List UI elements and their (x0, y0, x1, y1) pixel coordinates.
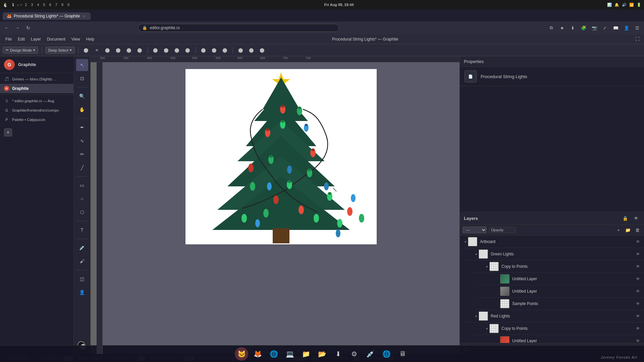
refresh-button[interactable]: ↻ (24, 24, 32, 32)
workspace-1[interactable]: 1 (11, 3, 15, 7)
align-top-button[interactable]: ⬤ (114, 46, 123, 55)
sidebar-item-editor[interactable]: S * editor.graphite.rs — Aug (0, 96, 73, 106)
layers-visible-button[interactable]: 👁 (632, 214, 640, 222)
eyedropper-tool-button[interactable]: 💉 (76, 242, 88, 254)
fullscreen-button[interactable]: ⛶ (633, 35, 641, 43)
taskbar-eyedropper[interactable]: 💉 (364, 347, 377, 361)
red-lights-eye[interactable]: 👁 (635, 313, 641, 319)
transform-tool-button[interactable]: ⊡ (76, 72, 88, 84)
person-tool-button[interactable]: 👤 (76, 286, 88, 298)
open-in-new-tab-button[interactable]: ⧉ (547, 24, 555, 32)
taskbar-download[interactable]: ⬇ (331, 347, 345, 361)
extensions-button[interactable]: 🧩 (580, 24, 588, 32)
browser-tab-active[interactable]: 🦊 Procedural String Lights* — Graphite × (3, 12, 91, 20)
sidebar-item-graphite[interactable]: G Graphite (0, 84, 73, 93)
align-center-v-button[interactable]: ⬤ (125, 46, 133, 55)
gradient-tool-button[interactable]: ◫ (76, 273, 88, 285)
layers-lock-button[interactable]: 🔒 (621, 214, 629, 222)
align-right-button[interactable]: ⬤ (103, 46, 112, 55)
untitled-2-eye[interactable]: 👁 (635, 288, 641, 295)
reader-mode-button[interactable]: 📖 (612, 24, 620, 32)
distribute-h-button[interactable]: ⬤ (151, 46, 160, 55)
flip-v-button[interactable]: ⬤ (183, 46, 192, 55)
boolean-union-button[interactable]: ⬤ (199, 46, 208, 55)
add-folder-button[interactable]: 📁 (624, 226, 632, 234)
copy-to-points-2-eye[interactable]: 👁 (635, 325, 641, 332)
view-settings-button[interactable]: ⬤ (258, 46, 267, 55)
workspace-8[interactable]: 8 (60, 3, 65, 7)
taskbar-files[interactable]: 📁 (299, 347, 313, 361)
layer-untitled-1[interactable]: Untitled Layer 👁 (476, 273, 644, 285)
align-center-h-button[interactable]: ≡ (93, 46, 101, 55)
ellipse-tool-button[interactable]: ○ (76, 193, 88, 205)
paint-tool-button[interactable]: 🖌 (76, 255, 88, 267)
layer-copy-to-points-1[interactable]: ▾ Copy to Points 👁 (471, 260, 644, 273)
layer-sample-points-1[interactable]: Sample Points 👁 (476, 298, 644, 310)
text-tool-button[interactable]: T (76, 224, 88, 236)
taskbar-firefox[interactable]: 🦊 (251, 347, 264, 361)
green-lights-eye[interactable]: 👁 (635, 251, 641, 257)
boolean-intersect-button[interactable]: ⬤ (221, 46, 229, 55)
taskbar-window[interactable]: 🖥 (396, 347, 409, 361)
layer-green-lights[interactable]: ▾ Green Lights 👁 (465, 248, 644, 260)
mode-dropdown-button[interactable]: ✏ Design Mode ▾ (3, 47, 38, 54)
copy-to-points-1-eye[interactable]: 👁 (635, 263, 641, 270)
canvas-viewport[interactable] (97, 62, 460, 354)
back-button[interactable]: ← (3, 24, 11, 32)
layer-untitled-2[interactable]: Untitled Layer 👁 (476, 285, 644, 298)
line-tool-button[interactable]: ╱ (76, 162, 88, 174)
view-color-button[interactable]: ⬤ (247, 46, 256, 55)
copy-to-points-2-expand[interactable]: ▾ (484, 326, 489, 331)
layer-copy-to-points-2[interactable]: ▾ Copy to Points 👁 (471, 322, 644, 335)
view-grid-button[interactable]: ⬤ (236, 46, 245, 55)
distribute-v-button[interactable]: ⬤ (162, 46, 171, 55)
sync-button[interactable]: 👤 (623, 24, 631, 32)
workspace-4[interactable]: 4 (36, 3, 40, 7)
artboard-eye[interactable]: 👁 (635, 238, 641, 245)
pen-tool-button[interactable]: ✒ (76, 121, 88, 133)
os-tray-2[interactable]: 🔔 (614, 3, 619, 7)
bookmark-button[interactable]: ★ (558, 24, 566, 32)
workspace-5[interactable]: 5 (42, 3, 47, 7)
zoom-tool-button[interactable]: 🔍 (76, 90, 88, 102)
workspace-2[interactable]: 2 (23, 3, 28, 7)
untitled-1-eye[interactable]: 👁 (635, 276, 641, 282)
menu-layer[interactable]: Layer (28, 36, 44, 43)
browser-menu-button[interactable]: ☰ (633, 24, 641, 32)
forward-button[interactable]: → (13, 24, 21, 32)
layer-artboard[interactable]: ▾ Artboard 👁 (460, 236, 644, 248)
menu-help[interactable]: Help (84, 36, 97, 43)
os-tray-1[interactable]: 📊 (607, 3, 612, 7)
boolean-subtract-button[interactable]: ⬤ (210, 46, 219, 55)
translate-button[interactable]: ✓ (601, 24, 609, 32)
os-tray-4[interactable]: 📶 (629, 3, 634, 7)
workspace-3[interactable]: 3 (30, 3, 34, 7)
rectangle-tool-button[interactable]: ▭ (76, 179, 88, 191)
sample-points-1-eye[interactable]: 👁 (635, 300, 641, 307)
sidebar-item-music[interactable]: 🎵 Grimes — Idoru (Slightly … (0, 74, 73, 84)
layers-mode-select[interactable]: — Normal Multiply Screen (463, 227, 487, 233)
untitled-3-eye[interactable]: 👁 (635, 338, 641, 343)
taskbar-settings[interactable]: ⚙ (347, 347, 361, 361)
tab-close-button[interactable]: × (82, 14, 87, 18)
taskbar-catppuccin[interactable]: 🐱 (235, 347, 248, 361)
pencil-tool-button[interactable]: ✏ (76, 148, 88, 160)
select-tool-button[interactable]: ↖ (76, 59, 88, 71)
align-left-button[interactable]: ⬤ (82, 46, 91, 55)
select-dropdown-button[interactable]: Deep Select ▾ (45, 47, 75, 54)
green-lights-expand[interactable]: ▾ (473, 251, 479, 257)
sidebar-item-github[interactable]: G Graphite/frontend/src/compo (0, 106, 73, 115)
canvas-document[interactable] (185, 69, 377, 244)
taskbar-terminal[interactable]: 💻 (283, 347, 297, 361)
menu-edit[interactable]: Edit (15, 36, 28, 43)
layer-red-lights[interactable]: ▾ Red Lights 👁 (465, 310, 644, 322)
polygon-tool-button[interactable]: ⬡ (76, 206, 88, 218)
taskbar-folder[interactable]: 📂 (315, 347, 329, 361)
os-tray-5[interactable]: 🔋 (637, 3, 641, 7)
red-lights-expand[interactable]: ▾ (473, 313, 479, 319)
menu-view[interactable]: View (69, 36, 83, 43)
address-bar[interactable]: 🔒 editor.graphite.rs (138, 24, 339, 32)
align-bottom-button[interactable]: ⬤ (136, 46, 144, 55)
taskbar-browser[interactable]: 🌐 (380, 347, 393, 361)
sidebar-item-palette[interactable]: P Palette • Catppuccin (0, 115, 73, 124)
